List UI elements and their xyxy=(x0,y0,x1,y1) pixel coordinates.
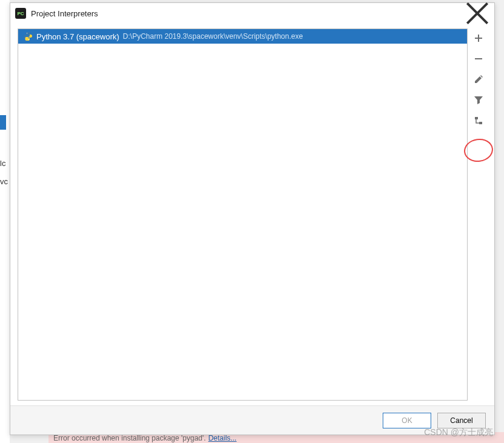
filter-button[interactable] xyxy=(471,93,486,107)
remove-button[interactable] xyxy=(471,52,486,66)
project-interpreters-dialog: Project Interpreters Python 3.7 (spacewo… xyxy=(10,2,495,435)
dialog-footer: OK Cancel xyxy=(10,405,494,435)
svg-rect-3 xyxy=(479,122,482,124)
svg-point-0 xyxy=(27,33,27,33)
dialog-body: Python 3.7 (spacework) D:\PyCharm 2019.3… xyxy=(10,24,494,405)
titlebar: Project Interpreters xyxy=(10,3,494,24)
interpreter-list[interactable]: Python 3.7 (spacework) D:\PyCharm 2019.3… xyxy=(18,28,468,401)
toolbar xyxy=(470,28,487,401)
bg-text-2: vc xyxy=(0,177,8,186)
tree-icon xyxy=(474,116,483,125)
close-button[interactable] xyxy=(465,4,489,22)
add-button[interactable] xyxy=(471,31,486,45)
dialog-title: Project Interpreters xyxy=(31,9,465,18)
plus-icon xyxy=(474,33,483,43)
svg-rect-2 xyxy=(475,117,478,119)
background-panel: lc vc xyxy=(0,0,10,443)
funnel-icon xyxy=(474,95,483,105)
svg-point-1 xyxy=(29,39,29,40)
edit-button[interactable] xyxy=(471,72,486,87)
error-details-link[interactable]: Details... xyxy=(208,434,237,442)
python-icon xyxy=(23,32,33,41)
interpreter-name: Python 3.7 (spacework) xyxy=(36,32,119,41)
error-message: Error occurred when installing package '… xyxy=(53,434,206,442)
minus-icon xyxy=(474,54,483,64)
cancel-button[interactable]: Cancel xyxy=(437,413,486,428)
close-icon xyxy=(465,1,489,25)
pycharm-icon xyxy=(15,8,26,19)
ok-button[interactable]: OK xyxy=(383,413,431,428)
pencil-icon xyxy=(474,75,483,84)
selection-indicator xyxy=(0,115,6,130)
interpreter-item[interactable]: Python 3.7 (spacework) D:\PyCharm 2019.3… xyxy=(18,29,467,44)
show-paths-button[interactable] xyxy=(471,113,486,128)
interpreter-path: D:\PyCharm 2019.3\spacework\venv\Scripts… xyxy=(123,32,303,41)
bg-text-1: lc xyxy=(0,159,5,168)
